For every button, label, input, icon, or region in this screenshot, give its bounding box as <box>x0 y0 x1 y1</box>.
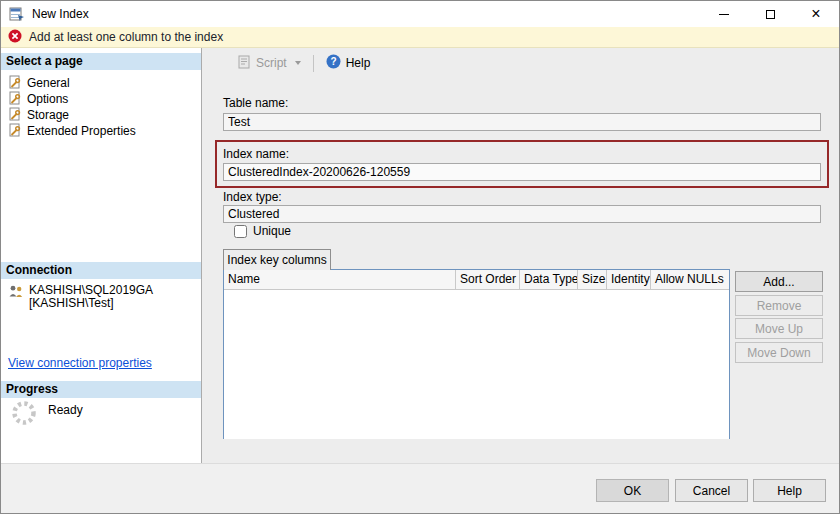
unique-checkbox-label: Unique <box>253 224 291 238</box>
tab-index-key-columns[interactable]: Index key columns <box>223 249 331 270</box>
table-name-label: Table name: <box>223 96 288 110</box>
sidebar: Select a page General Options <box>1 48 202 463</box>
index-key-columns-grid: Name Sort Order Data Type Size Identity … <box>223 269 730 439</box>
server-connection-icon <box>8 284 24 302</box>
cancel-button[interactable]: Cancel <box>675 479 748 502</box>
minimize-button[interactable] <box>701 1 747 27</box>
grid-header-allow-nulls: Allow NULLs <box>651 270 729 289</box>
sidebar-item-label: General <box>27 76 70 90</box>
window-title: New Index <box>32 7 89 21</box>
ok-button[interactable]: OK <box>596 479 669 502</box>
sidebar-item-label: Extended Properties <box>27 124 136 138</box>
grid-header-row: Name Sort Order Data Type Size Identity … <box>224 270 729 290</box>
validation-message-bar: Add at least one column to the index <box>1 27 839 48</box>
add-button[interactable]: Add... <box>735 271 823 292</box>
grid-header-data-type: Data Type <box>520 270 578 289</box>
grid-body-empty <box>224 290 729 439</box>
view-connection-properties-link[interactable]: View connection properties <box>8 356 152 370</box>
close-icon: × <box>811 6 820 22</box>
progress-status-row: Ready <box>10 399 83 430</box>
remove-button[interactable]: Remove <box>735 295 823 316</box>
maximize-button[interactable] <box>747 1 793 27</box>
page-wrench-icon <box>8 75 22 92</box>
close-button[interactable]: × <box>793 1 839 27</box>
svg-text:?: ? <box>330 56 336 67</box>
page-wrench-icon <box>8 123 22 140</box>
sidebar-item-storage[interactable]: Storage <box>1 107 201 123</box>
script-button[interactable]: Script <box>232 53 306 74</box>
unique-checkbox[interactable] <box>234 225 247 238</box>
index-name-field[interactable] <box>223 163 821 181</box>
grid-header-size: Size <box>578 270 607 289</box>
progress-header: Progress <box>1 381 201 398</box>
move-down-button[interactable]: Move Down <box>735 342 823 363</box>
connection-info: KASHISH\SQL2019GA [KASHISH\Test] <box>8 284 153 310</box>
grid-header-sort-order: Sort Order <box>456 270 520 289</box>
table-name-field[interactable] <box>223 113 821 131</box>
progress-status: Ready <box>48 403 83 430</box>
minimize-icon <box>719 14 729 15</box>
grid-header-name: Name <box>224 270 456 289</box>
page-wrench-icon <box>8 91 22 108</box>
footer-bar: OK Cancel Help <box>1 463 840 514</box>
progress-spinner-icon <box>10 399 38 430</box>
title-bar: New Index × <box>1 1 839 27</box>
index-type-field[interactable] <box>223 205 821 223</box>
help-icon: ? <box>326 54 341 72</box>
error-icon <box>8 29 22 46</box>
error-message: Add at least one column to the index <box>29 30 223 44</box>
maximize-icon <box>766 10 775 19</box>
connection-header: Connection <box>1 262 201 279</box>
move-up-button[interactable]: Move Up <box>735 318 823 339</box>
window-controls: × <box>701 1 839 27</box>
new-index-icon <box>9 6 25 22</box>
script-button-label: Script <box>256 56 287 70</box>
sidebar-item-label: Storage <box>27 108 69 122</box>
index-name-label: Index name: <box>223 147 289 161</box>
sidebar-item-label: Options <box>27 92 68 106</box>
select-a-page-header: Select a page <box>1 53 201 70</box>
toolbar: Script ? Help <box>202 50 840 76</box>
main-panel: Script ? Help Table name: Index name: In… <box>202 48 840 463</box>
grid-header-identity: Identity <box>607 270 651 289</box>
sidebar-item-extended-properties[interactable]: Extended Properties <box>1 123 201 139</box>
toolbar-separator <box>313 55 314 72</box>
connection-database: [KASHISH\Test] <box>29 297 153 310</box>
page-wrench-icon <box>8 107 22 124</box>
sidebar-item-general[interactable]: General <box>1 75 201 91</box>
chevron-down-icon <box>295 61 301 65</box>
index-type-label: Index type: <box>223 190 282 204</box>
toolbar-help-button[interactable]: ? Help <box>321 52 376 74</box>
new-index-dialog: New Index × Add at least one column to t… <box>0 0 840 514</box>
help-button[interactable]: Help <box>753 479 826 502</box>
unique-checkbox-row: Unique <box>234 224 291 238</box>
help-button-label: Help <box>346 56 371 70</box>
script-icon <box>237 55 251 72</box>
sidebar-item-options[interactable]: Options <box>1 91 201 107</box>
